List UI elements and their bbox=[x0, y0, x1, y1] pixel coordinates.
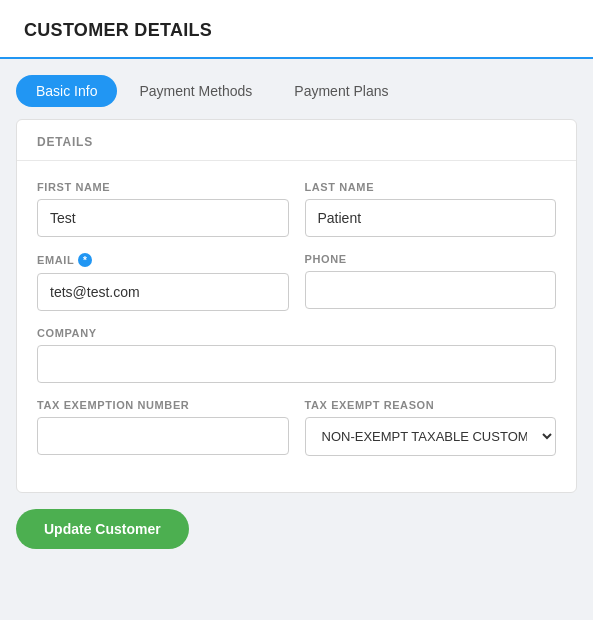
update-customer-button[interactable]: Update Customer bbox=[16, 509, 189, 549]
last-name-label: LAST NAME bbox=[305, 181, 557, 193]
email-group: EMAIL * bbox=[37, 253, 289, 311]
tax-exemption-number-label: TAX EXEMPTION NUMBER bbox=[37, 399, 289, 411]
tab-payment-methods[interactable]: Payment Methods bbox=[119, 75, 272, 107]
tab-basic-info[interactable]: Basic Info bbox=[16, 75, 117, 107]
email-required-badge: * bbox=[78, 253, 92, 267]
company-input[interactable] bbox=[37, 345, 556, 383]
company-row: COMPANY bbox=[37, 327, 556, 383]
card-header: DETAILS bbox=[17, 120, 576, 161]
tax-row: TAX EXEMPTION NUMBER TAX EXEMPT REASON N… bbox=[37, 399, 556, 456]
email-phone-row: EMAIL * PHONE bbox=[37, 253, 556, 311]
company-label: COMPANY bbox=[37, 327, 556, 339]
details-card: DETAILS FIRST NAME LAST NAME EMAIL bbox=[16, 119, 577, 493]
tax-exempt-reason-group: TAX EXEMPT REASON NON-EXEMPT TAXABLE CUS… bbox=[305, 399, 557, 456]
first-name-label: FIRST NAME bbox=[37, 181, 289, 193]
email-input[interactable] bbox=[37, 273, 289, 311]
tab-payment-plans[interactable]: Payment Plans bbox=[274, 75, 408, 107]
tax-exempt-reason-label: TAX EXEMPT REASON bbox=[305, 399, 557, 411]
tax-exempt-reason-select[interactable]: NON-EXEMPT TAXABLE CUSTOMER EXEMPT - FED… bbox=[305, 417, 557, 456]
tabs-bar: Basic Info Payment Methods Payment Plans bbox=[0, 59, 593, 107]
phone-label: PHONE bbox=[305, 253, 557, 265]
page-title: CUSTOMER DETAILS bbox=[24, 20, 569, 41]
name-row: FIRST NAME LAST NAME bbox=[37, 181, 556, 237]
card-header-title: DETAILS bbox=[37, 135, 93, 149]
phone-group: PHONE bbox=[305, 253, 557, 311]
tax-exemption-number-input[interactable] bbox=[37, 417, 289, 455]
first-name-input[interactable] bbox=[37, 199, 289, 237]
last-name-input[interactable] bbox=[305, 199, 557, 237]
page-container: CUSTOMER DETAILS Basic Info Payment Meth… bbox=[0, 0, 593, 620]
last-name-group: LAST NAME bbox=[305, 181, 557, 237]
first-name-group: FIRST NAME bbox=[37, 181, 289, 237]
card-body: FIRST NAME LAST NAME EMAIL * bbox=[17, 161, 576, 492]
page-header: CUSTOMER DETAILS bbox=[0, 0, 593, 59]
tax-exemption-number-group: TAX EXEMPTION NUMBER bbox=[37, 399, 289, 456]
company-group: COMPANY bbox=[37, 327, 556, 383]
phone-input[interactable] bbox=[305, 271, 557, 309]
email-label: EMAIL * bbox=[37, 253, 289, 267]
